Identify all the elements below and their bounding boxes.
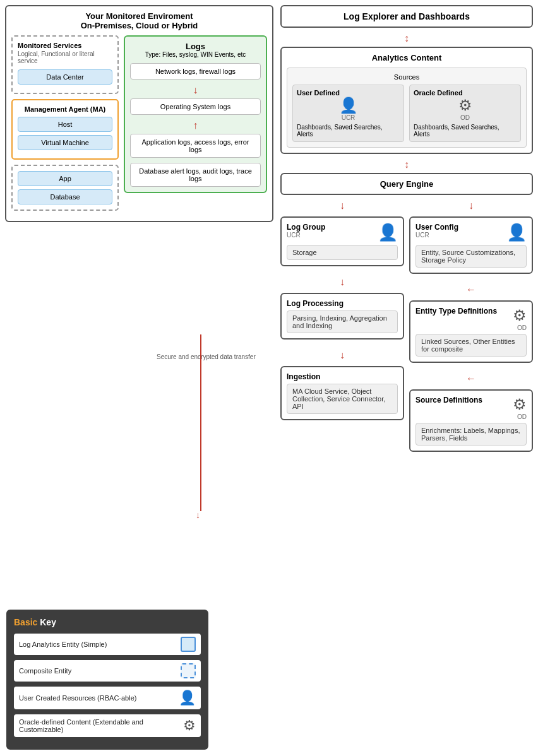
entity-type-title: Entity Type Definitions [415, 307, 497, 316]
app-box: App [18, 171, 112, 186]
host-box: Host [18, 117, 112, 132]
arrow-down-lp: ↓ [280, 350, 404, 361]
data-center-box: Data Center [18, 69, 112, 85]
log-group-title: Log Group [287, 223, 325, 232]
oracle-defined-title: Oracle Defined [414, 89, 517, 97]
app-db-box: App Database [11, 165, 119, 211]
user-config-ucr: UCR [415, 232, 458, 239]
arrow-down-qe: ↓ [280, 200, 404, 211]
env-subtitle: On-Premises, Cloud or Hybrid [81, 21, 198, 30]
logs-section: Logs Type: Files, syslog, WIN Events, et… [124, 35, 267, 216]
ingestion-items: MA Cloud Service, Object Collection, Ser… [287, 384, 398, 414]
ms-title: Monitored Services [18, 42, 112, 49]
logs-green-box: Logs Type: Files, syslog, WIN Events, et… [124, 35, 267, 193]
left-vertical-arrow-line [200, 334, 201, 511]
od-badge-source: OD [415, 413, 527, 420]
log-group-box: Log Group UCR 👤 Storage [280, 216, 404, 266]
virtual-machine-box: Virtual Machine [18, 135, 112, 150]
log-processing-box: Log Processing Parsing, Indexing, Aggreg… [280, 293, 404, 340]
arrow-down-1: ↓ [130, 85, 261, 96]
ms-subtitle: Logical, Functional or literal service [18, 50, 112, 64]
gear-icon-analytics: ⚙ [414, 97, 517, 114]
analytics-box: Analytics Content Sources User Defined 👤… [280, 47, 533, 154]
key-basic: Basic [14, 617, 37, 627]
ingestion-title: Ingestion [287, 372, 398, 381]
gear-icon-key: ⚙ [183, 718, 196, 734]
right-section: Log Explorer and Dashboards ↕ Analytics … [280, 5, 533, 457]
ucr-badge-1: UCR [297, 114, 400, 121]
oracle-defined-col: Oracle Defined ⚙ OD Dashboards, Saved Se… [409, 85, 521, 142]
key-label-simple: Log Analytics Entity (Simple) [19, 641, 181, 648]
management-agent-box: Management Agent (MA) Host Virtual Machi… [11, 99, 119, 160]
log-explorer-box: Log Explorer and Dashboards [280, 5, 533, 28]
os-logs-box: Operating System logs [130, 98, 261, 115]
user-config-items: Entity, Source Customizations, Storage P… [415, 245, 527, 268]
query-engine-box: Query Engine [280, 173, 533, 195]
key-item-composite: Composite Entity [14, 660, 201, 682]
key-label-composite: Composite Entity [19, 667, 181, 675]
monitored-services-column: Monitored Services Logical, Functional o… [11, 35, 119, 216]
database-box: Database [18, 189, 112, 204]
entity-type-box: Entity Type Definitions ⚙ OD Linked Sour… [409, 300, 533, 363]
source-def-items: Enrichments: Labels, Mappings, Parsers, … [415, 423, 527, 446]
analytics-inner: Sources User Defined 👤 UCR Dashboards, S… [287, 68, 527, 148]
user-icon-key: 👤 [179, 690, 196, 706]
env-title: Your Monitored Enviroment On-Premises, C… [11, 11, 267, 30]
user-icon-analytics: 👤 [297, 97, 400, 114]
user-defined-title: User Defined [297, 89, 400, 97]
user-config-title: User Config [415, 223, 458, 232]
user-icon-log-group: 👤 [378, 223, 398, 242]
oracle-defined-items: Dashboards, Saved Searches, Alerts [414, 124, 517, 138]
source-def-title: Source Definitions [415, 396, 482, 405]
key-item-simple: Log Analytics Entity (Simple) [14, 634, 201, 655]
od-badge-1: OD [414, 114, 517, 121]
network-logs-box: Network logs, firewall logs [130, 63, 261, 80]
arrow-left-sd: ← [409, 373, 533, 384]
key-label-user: User Created Resources (RBAC-able) [19, 694, 179, 702]
left-processing-col: ↓ Log Group UCR 👤 Storage ↓ Log Pro [280, 200, 404, 457]
sources-label: Sources [292, 73, 521, 81]
secure-text: Secure and encrypted data transfer [157, 353, 256, 360]
processing-section: ↓ Log Group UCR 👤 Storage ↓ Log Pro [280, 200, 533, 457]
user-icon-config: 👤 [506, 223, 527, 242]
logs-title: Logs [130, 42, 261, 51]
key-key: Key [40, 617, 56, 627]
query-engine-title: Query Engine [287, 179, 527, 189]
left-arrow-down-tip: ↓ [196, 510, 200, 520]
right-processing-col: ↓ User Config UCR 👤 Entity, Source Custo… [409, 200, 533, 457]
user-config-box: User Config UCR 👤 Entity, Source Customi… [409, 216, 533, 274]
simple-entity-icon [181, 637, 196, 652]
env-title-line1: Your Monitored Enviroment [85, 11, 193, 21]
key-item-user: User Created Resources (RBAC-able) 👤 [14, 687, 201, 709]
user-defined-col: User Defined 👤 UCR Dashboards, Saved Sea… [292, 85, 404, 142]
log-explorer-title: Log Explorer and Dashboards [287, 11, 527, 21]
arrow-left-et: ← [409, 284, 533, 295]
entity-type-items: Linked Sources, Other Entities for compo… [415, 334, 527, 357]
key-item-gear: Oracle-defined Content (Extendable and C… [14, 714, 201, 737]
arrow-up-1: ↑ [130, 120, 261, 131]
log-processing-title: Log Processing [287, 299, 398, 308]
log-processing-items: Parsing, Indexing, Aggregation and Index… [287, 310, 398, 333]
ma-title: Management Agent (MA) [18, 105, 112, 113]
log-group-ucr: UCR [287, 232, 325, 239]
monitored-services-box: Monitored Services Logical, Functional o… [11, 35, 119, 94]
arrow-down-qe-r: ↓ [409, 200, 533, 211]
app-logs-box: Application logs, access logs, error log… [130, 134, 261, 158]
db-logs-box: Database alert logs, audit logs, trace l… [130, 163, 261, 187]
analytics-title: Analytics Content [287, 53, 527, 62]
arrow-down-lg: ↓ [280, 276, 404, 288]
logs-subtitle: Type: Files, syslog, WIN Events, etc [130, 51, 261, 58]
log-group-storage: Storage [287, 245, 398, 260]
composite-entity-icon [181, 663, 196, 678]
key-title: Basic Key [14, 617, 201, 627]
ingestion-box: Ingestion MA Cloud Service, Object Colle… [280, 366, 404, 420]
gear-icon-entity: ⚙ [513, 307, 527, 324]
environment-section: Your Monitored Enviroment On-Premises, C… [5, 5, 273, 222]
od-badge-entity: OD [415, 324, 527, 331]
gear-icon-source: ⚙ [513, 396, 527, 413]
legend-box: Basic Key Log Analytics Entity (Simple) … [6, 610, 208, 750]
key-label-gear: Oracle-defined Content (Extendable and C… [19, 718, 183, 733]
arrow-up-down-2: ↕ [280, 159, 533, 170]
arrow-up-down-1: ↕ [280, 33, 533, 44]
source-definitions-box: Source Definitions ⚙ OD Enrichments: Lab… [409, 389, 533, 452]
